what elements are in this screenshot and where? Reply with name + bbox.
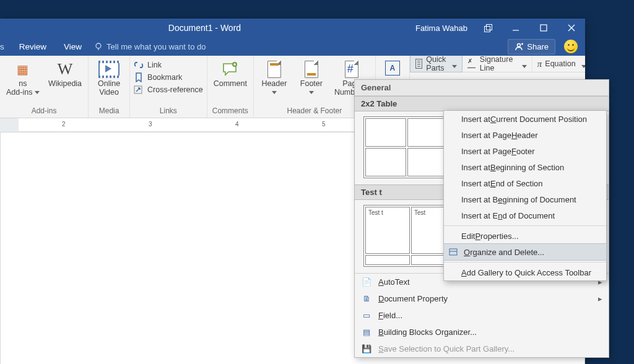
chevron-down-icon [522,62,527,66]
account-window-icon[interactable] [474,19,502,37]
menu-field[interactable]: ▭ Field... Field... [355,307,609,324]
link-button[interactable]: Link [134,60,203,70]
ribbon-tab-bar: s Review View Tell me what you want to d… [0,37,585,56]
svg-marker-20 [581,65,585,68]
my-addins-button[interactable]: ▦ ns Add-ins [4,58,42,98]
link-label: Link [147,61,162,69]
ctx-insert-beginning-section[interactable]: Insert at Beginning of Section [444,159,606,175]
autotext-prefix: A [378,277,384,287]
signature-line-button[interactable]: Signature Line [462,56,532,72]
svg-marker-14 [272,91,277,94]
autotext-icon: 📄 [361,277,372,287]
ruler-mark-3: 3 [149,121,152,128]
preview-cell-2: Test [411,207,448,254]
tab-view[interactable]: View [55,37,90,56]
video-icon [98,61,119,78]
online-video-button[interactable]: Online Video [92,58,126,98]
link-icon [134,60,144,70]
footer-button[interactable]: Footer [295,58,328,92]
ctx-insert-current-position[interactable]: Insert at Current Document Position [444,111,606,127]
menu-save-selection: 💾 Save Selection to Quick Part Gallery..… [355,340,609,357]
chevron-down-icon [452,62,457,66]
equation-button[interactable]: πEquation [532,56,585,72]
ctx-insert-beginning-document[interactable]: Insert at Beginning of Document [444,191,606,207]
cross-reference-button[interactable]: Cross-reference [134,85,203,95]
lightbulb-icon [94,42,103,51]
gallery-heading-2x2: 2x2 Table [355,96,609,111]
menu-document-property[interactable]: 🗎 Document Property ▸ Document Property [355,290,609,307]
wikipedia-button[interactable]: W Wikipedia [46,58,84,89]
tell-me-placeholder: Tell me what you want to do [106,42,206,51]
wikipedia-icon: W [58,60,73,79]
ribbon-group-links: Link Bookmark Cross-reference Links [130,56,207,118]
save-selection-icon: 💾 [361,344,372,353]
addins-line2: Add-ins [6,88,32,97]
wikipedia-label: Wikipedia [48,79,82,88]
crossref-icon [134,85,144,95]
quick-parts-button[interactable]: Quick Parts [410,56,462,72]
comments-caption: Comments [207,106,253,118]
page-number-icon: # [345,61,358,78]
ctx-insert-end-section[interactable]: Insert at End of Section [444,175,606,191]
text-box-icon: A [385,61,400,76]
minimize-button[interactable] [502,19,529,37]
chevron-down-icon [581,62,585,66]
ctx-insert-page-footer[interactable]: Insert at Page Footer [444,143,606,159]
ctx-edit-properties[interactable]: Edit Properties... [444,228,606,244]
share-label: Share [527,42,549,51]
svg-point-4 [96,43,101,48]
tab-truncated[interactable]: s [0,37,11,56]
tab-review[interactable]: Review [11,37,55,56]
ruler-mark-2: 2 [62,121,66,128]
preview-cell-1: Test t [365,207,410,254]
title-bar: Document1 - Word Fatima Wahab [0,19,585,37]
comment-icon [222,59,238,79]
addins-caption: Add-ins [0,106,88,118]
maximize-button[interactable] [529,19,557,37]
ctx-insert-page-header[interactable]: Insert at Page Header [444,127,606,143]
window-title: Document1 - Word [0,23,409,33]
share-button[interactable]: Share [508,39,555,54]
share-person-icon [515,42,523,51]
quick-parts-context-menu: Insert at Current Document Position Inse… [443,110,607,281]
close-button[interactable] [557,19,585,37]
organize-icon [448,248,459,256]
svg-marker-9 [35,91,40,94]
feedback-smiley-icon[interactable] [564,40,578,53]
footer-icon [305,61,318,78]
quick-parts-icon [415,59,423,69]
window-overlap-icon [484,24,492,32]
preview-test-table: Test tTest [363,205,450,267]
dropdown-heading-general: General [355,80,609,96]
header-label: Header [261,79,287,88]
svg-point-6 [518,44,521,47]
comment-label: Comment [214,79,247,88]
ruler-mark-4: 4 [235,121,239,128]
equation-label: Equation [545,59,575,68]
comment-button[interactable]: Comment [211,58,250,89]
ctx-organize-and-delete[interactable]: Organize and Delete... [443,243,607,261]
ctx-insert-end-document[interactable]: Insert at End of Document [444,207,606,223]
ribbon-group-addins: ▦ ns Add-ins W Wikipedia Add-ins [0,56,89,118]
bookmark-button[interactable]: Bookmark [134,72,203,82]
preview-2x2-table [363,116,450,178]
pi-icon: π [537,59,542,69]
user-name[interactable]: Fatima Wahab [409,24,474,33]
header-button[interactable]: Header [258,58,291,92]
svg-rect-1 [541,25,547,31]
bb-organizer-icon: ▤ [361,327,372,337]
header-icon [267,61,281,78]
tell-me-search[interactable]: Tell me what you want to do [90,42,206,51]
svg-marker-19 [522,65,527,68]
bookmark-label: Bookmark [147,73,182,82]
close-icon [568,24,575,32]
title-right-cluster: Fatima Wahab [409,19,585,37]
ribbon-group-comments: Comment Comments [207,56,254,118]
menu-building-blocks-organizer[interactable]: ▤ Building Blocks Organizer... Building … [355,324,609,340]
online-video-l1: Online [98,79,120,88]
online-video-l2: Video [99,88,119,97]
svg-rect-21 [449,249,457,255]
signature-line-icon [467,60,476,68]
ctx-add-to-qat[interactable]: Add Gallery to Quick Access Toolbar [444,264,606,280]
ribbon-group-media: Online Video Media [89,56,130,118]
